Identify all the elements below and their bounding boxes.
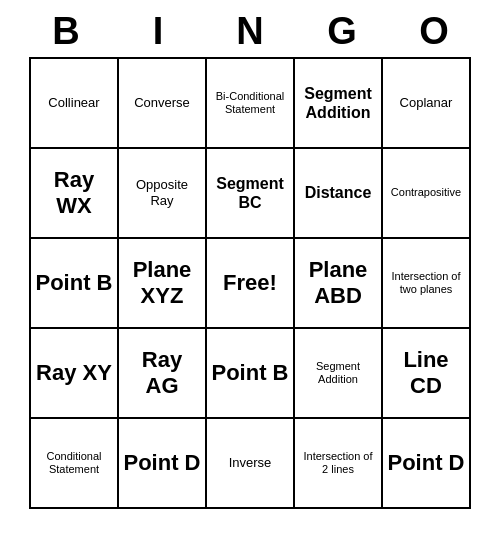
cell-13[interactable]: Plane ABD <box>295 239 383 329</box>
cell-22[interactable]: Inverse <box>207 419 295 509</box>
cell-12[interactable]: Free! <box>207 239 295 329</box>
cell-8[interactable]: Distance <box>295 149 383 239</box>
cell-0[interactable]: Collinear <box>31 59 119 149</box>
cell-17[interactable]: Point B <box>207 329 295 419</box>
cell-21[interactable]: Point D <box>119 419 207 509</box>
header-n: N <box>206 10 294 53</box>
cell-7[interactable]: Segment BC <box>207 149 295 239</box>
header-o: O <box>390 10 478 53</box>
cell-2[interactable]: Bi-Conditional Statement <box>207 59 295 149</box>
cell-14[interactable]: Intersection of two planes <box>383 239 471 329</box>
cell-16[interactable]: Ray AG <box>119 329 207 419</box>
cell-5[interactable]: Ray WX <box>31 149 119 239</box>
bingo-grid: CollinearConverseBi-Conditional Statemen… <box>29 57 471 509</box>
cell-18[interactable]: Segment Addition <box>295 329 383 419</box>
bingo-header: B I N G O <box>20 10 480 53</box>
header-b: B <box>22 10 110 53</box>
header-g: G <box>298 10 386 53</box>
cell-19[interactable]: Line CD <box>383 329 471 419</box>
cell-4[interactable]: Coplanar <box>383 59 471 149</box>
header-i: I <box>114 10 202 53</box>
cell-23[interactable]: Intersection of 2 lines <box>295 419 383 509</box>
cell-3[interactable]: Segment Addition <box>295 59 383 149</box>
cell-9[interactable]: Contrapositive <box>383 149 471 239</box>
cell-6[interactable]: Opposite Ray <box>119 149 207 239</box>
cell-15[interactable]: Ray XY <box>31 329 119 419</box>
cell-24[interactable]: Point D <box>383 419 471 509</box>
cell-20[interactable]: Conditional Statement <box>31 419 119 509</box>
cell-10[interactable]: Point B <box>31 239 119 329</box>
cell-11[interactable]: Plane XYZ <box>119 239 207 329</box>
cell-1[interactable]: Converse <box>119 59 207 149</box>
